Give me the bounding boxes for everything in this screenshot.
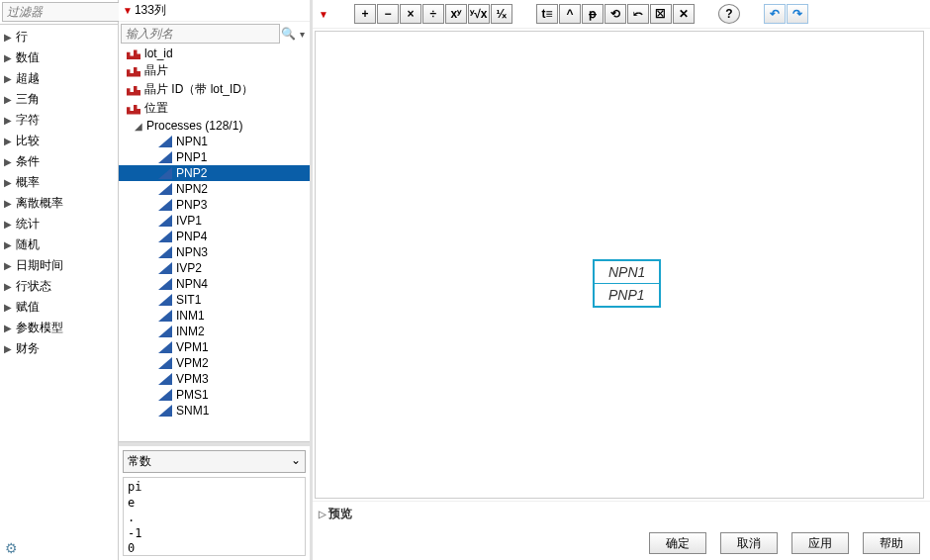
edit-button[interactable]: ⟲ [604, 4, 626, 24]
operator-button[interactable]: − [377, 4, 399, 24]
operator-button[interactable]: ¹⁄ₓ [491, 4, 512, 24]
column-item[interactable]: SIT1 [119, 292, 310, 308]
preview-bar[interactable]: ▷ 预览 [313, 501, 930, 526]
edit-button[interactable]: ⤺ [627, 4, 649, 24]
dialog-buttons: 确定 取消 应用 帮助 [313, 526, 930, 560]
column-item[interactable]: VPM3 [119, 371, 310, 387]
search-icon[interactable]: 🔍 [280, 27, 296, 41]
formula-toolbar: ▼ +−×÷xʸʸ√x¹⁄ₓ t≡^ᵽ⟲⤺☒✕ ? ↶ ↷ [313, 0, 930, 29]
category-item[interactable]: ▶字符 [0, 110, 118, 131]
column-item[interactable]: 位置 [119, 99, 310, 118]
cancel-button[interactable]: 取消 [720, 532, 778, 554]
category-item[interactable]: ▶超越 [0, 68, 118, 89]
edit-button[interactable]: ᵽ [582, 4, 604, 24]
column-item[interactable]: NPN2 [119, 181, 310, 197]
continuous-icon [158, 389, 172, 401]
column-item[interactable]: IVP2 [119, 260, 310, 276]
gear-icon[interactable]: ⚙ [2, 540, 20, 558]
undo-button[interactable]: ↶ [764, 4, 786, 24]
category-item[interactable]: ▶赋值 [0, 297, 118, 318]
help-button[interactable]: ? [718, 4, 740, 24]
operator-button[interactable]: + [354, 4, 376, 24]
constant-item[interactable]: 0 [128, 541, 301, 556]
category-item[interactable]: ▶条件 [0, 151, 118, 172]
continuous-icon [158, 326, 172, 337]
constants-list[interactable]: pie.-10 [123, 477, 306, 556]
operator-button[interactable]: ÷ [422, 4, 444, 24]
column-item[interactable]: PNP1 [119, 149, 310, 165]
category-item[interactable]: ▶统计 [0, 214, 118, 234]
undo-group: ↶ ↷ [764, 4, 808, 24]
continuous-icon [158, 151, 172, 163]
continuous-icon [158, 183, 172, 195]
constant-item[interactable]: . [128, 511, 301, 526]
category-item[interactable]: ▶财务 [0, 338, 118, 359]
columns-tree: lot_id晶片晶片 ID（带 lot_ID）位置◢Processes (128… [119, 46, 310, 442]
operator-button[interactable]: × [400, 4, 421, 24]
column-group[interactable]: ◢Processes (128/1) [119, 118, 310, 134]
category-item[interactable]: ▶行状态 [0, 276, 118, 297]
continuous-icon [158, 262, 172, 274]
edit-button[interactable]: ^ [559, 4, 581, 24]
category-item[interactable]: ▶三角 [0, 89, 118, 110]
formula-canvas[interactable]: NPN1PNP1 [315, 31, 924, 499]
columns-title: 133列 [135, 2, 166, 19]
edit-button[interactable]: ✕ [673, 4, 695, 24]
column-item[interactable]: PMS1 [119, 387, 310, 403]
column-item[interactable]: PNP3 [119, 197, 310, 213]
column-item[interactable]: VPM2 [119, 355, 310, 371]
category-item[interactable]: ▶日期时间 [0, 255, 118, 276]
column-item[interactable]: NPN4 [119, 276, 310, 292]
ok-button[interactable]: 确定 [649, 532, 706, 554]
constants-select-label: 常数 [128, 453, 151, 470]
chevron-down-icon: ⌄ [291, 453, 301, 470]
column-item[interactable]: 晶片 ID（带 lot_ID） [119, 80, 310, 99]
continuous-icon [158, 167, 172, 179]
column-item[interactable]: SNM1 [119, 403, 310, 419]
columns-panel: ▼ 133列 🔍 ▾ lot_id晶片晶片 ID（带 lot_ID）位置◢Pro… [119, 0, 313, 560]
formula-stack[interactable]: NPN1PNP1 [593, 259, 661, 308]
category-item[interactable]: ▶概率 [0, 172, 118, 193]
column-item[interactable]: IVP1 [119, 213, 310, 229]
nominal-icon [127, 103, 140, 115]
category-item[interactable]: ▶比较 [0, 131, 118, 151]
formula-panel: ▼ +−×÷xʸʸ√x¹⁄ₓ t≡^ᵽ⟲⤺☒✕ ? ↶ ↷ NPN1PNP1 ▷… [313, 0, 930, 560]
nominal-icon [127, 47, 140, 59]
apply-button[interactable]: 应用 [791, 532, 849, 554]
columns-search-input[interactable] [121, 24, 280, 44]
column-item[interactable]: PNP4 [119, 229, 310, 244]
column-item[interactable]: 晶片 [119, 61, 310, 80]
column-item[interactable]: NPN3 [119, 244, 310, 260]
category-item[interactable]: ▶数值 [0, 47, 118, 68]
columns-header: ▼ 133列 [119, 0, 310, 22]
column-item[interactable]: INM1 [119, 308, 310, 324]
constant-item[interactable]: -1 [128, 526, 301, 542]
redo-button[interactable]: ↷ [787, 4, 808, 24]
operator-group: +−×÷xʸʸ√x¹⁄ₓ [354, 4, 512, 24]
constant-item[interactable]: e [128, 496, 301, 512]
operator-button[interactable]: xʸ [445, 4, 467, 24]
continuous-icon [158, 278, 172, 290]
category-item[interactable]: ▶随机 [0, 234, 118, 255]
continuous-icon [158, 294, 172, 306]
formula-cell[interactable]: NPN1 [595, 261, 659, 284]
constant-item[interactable]: pi [128, 480, 301, 496]
edit-button[interactable]: ☒ [650, 4, 672, 24]
category-item[interactable]: ▶行 [0, 27, 118, 47]
category-item[interactable]: ▶参数模型 [0, 318, 118, 338]
formula-cell[interactable]: PNP1 [595, 284, 659, 306]
column-item[interactable]: NPN1 [119, 134, 310, 149]
help-button[interactable]: 帮助 [863, 532, 920, 554]
category-item[interactable]: ▶离散概率 [0, 193, 118, 214]
disclose-icon[interactable]: ▼ [319, 9, 328, 20]
disclose-icon[interactable]: ▼ [123, 5, 133, 16]
edit-button[interactable]: t≡ [536, 4, 558, 24]
column-item[interactable]: VPM1 [119, 339, 310, 355]
column-item[interactable]: lot_id [119, 46, 310, 61]
columns-search-menu-icon[interactable]: ▾ [296, 29, 308, 40]
column-item[interactable]: PNP2 [119, 165, 310, 181]
operator-button[interactable]: ʸ√x [468, 4, 490, 24]
continuous-icon [158, 246, 172, 258]
column-item[interactable]: INM2 [119, 324, 310, 339]
constants-select[interactable]: 常数 ⌄ [123, 450, 306, 473]
